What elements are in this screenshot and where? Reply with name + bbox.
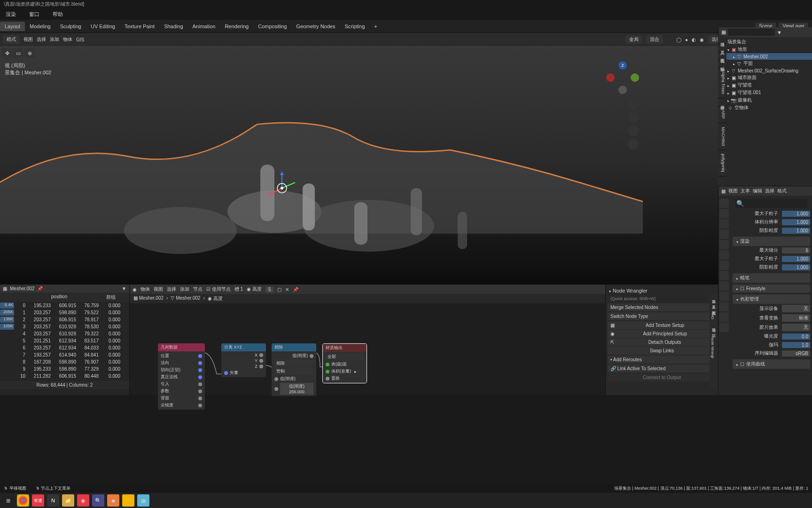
cursor-tool-icon[interactable]: ✥ (2, 48, 12, 58)
menu-select[interactable]: 选择 (167, 286, 176, 293)
tab-geonodes[interactable]: Geometry Nodes (291, 22, 340, 31)
app-icon[interactable]: 有道 (32, 494, 44, 507)
table-row[interactable]: 205K1203.257598.89079.5220.000 (0, 309, 129, 316)
tab-shading[interactable]: Shading (159, 22, 187, 31)
table-row[interactable]: 7193.257614.94084.8410.000 (0, 351, 129, 358)
node-header[interactable]: 几何数据 (158, 343, 205, 351)
tab-polygoniq[interactable]: polygoniq (718, 150, 726, 176)
tab-arp[interactable]: ARP (718, 106, 726, 123)
node-header[interactable]: 相除 (272, 343, 316, 351)
shading-rendered-icon[interactable]: ◉ (700, 37, 704, 42)
output-socket[interactable] (310, 354, 313, 358)
output-socket[interactable] (259, 359, 263, 363)
start-icon[interactable]: ⊞ (2, 494, 14, 507)
view-transform-field[interactable]: 标准 (782, 314, 810, 322)
output-socket[interactable] (198, 404, 202, 407)
output-tab-icon[interactable] (719, 209, 729, 218)
menu-node[interactable]: 节点 (193, 286, 203, 293)
link-active-dropdown[interactable]: 🔗 Link Active To Selected (608, 365, 716, 373)
particle-tab-icon[interactable] (719, 271, 729, 280)
outliner-type-icon[interactable]: ▦ (721, 29, 726, 35)
menu-view[interactable]: 视图 (23, 36, 33, 43)
tab-layout[interactable]: Layout (0, 22, 25, 31)
menu-add[interactable]: 添加 (180, 286, 189, 293)
curves-section-header[interactable]: ☐ 使用曲线 (733, 359, 810, 369)
z-axis-icon[interactable]: Z (618, 61, 627, 70)
col-group[interactable]: 群组 (97, 294, 125, 301)
chrome-icon[interactable] (17, 494, 29, 507)
users-count[interactable]: 5 (265, 286, 274, 293)
gamma-field[interactable]: 1.0 (782, 342, 810, 348)
node-header[interactable]: 材质输出 (323, 344, 367, 352)
film-effect-field[interactable]: 无 (782, 324, 810, 331)
add-workspace-button[interactable]: + (369, 22, 382, 31)
props-type-icon[interactable]: ▦ (721, 189, 726, 194)
material-selector[interactable]: ◉ 高度 (247, 286, 262, 293)
value-field[interactable]: 值(明度) 256.000 (280, 383, 313, 395)
tree-item[interactable]: ▽平面 (718, 60, 812, 67)
spreadsheet-object[interactable]: Mesher.002 (10, 286, 34, 291)
menu-render[interactable]: 渲染 (2, 10, 20, 19)
clamp-dropdown[interactable]: 管制 (274, 368, 313, 375)
orientation-selector[interactable]: 全局 (625, 35, 642, 44)
input-socket[interactable] (274, 387, 278, 391)
node-header[interactable]: 分离 XYZ (221, 343, 266, 351)
output-socket[interactable] (198, 397, 202, 400)
data-tab-icon[interactable] (719, 302, 729, 311)
tab-item[interactable]: 项目 (710, 294, 717, 300)
swap-button[interactable]: Swap Links (608, 347, 716, 355)
nw-header[interactable]: Node Wrangler (608, 286, 716, 295)
node-canvas[interactable]: 几何数据 位置 法向 切向(正切) 真正法线 引入 参数 背面 尖锐度 分离 X… (130, 303, 605, 388)
grease-section-header[interactable]: 蜡笔 (733, 273, 810, 283)
output-socket[interactable] (198, 368, 202, 372)
props-search-input[interactable] (735, 199, 807, 208)
particle-max-field[interactable]: 1.000 (782, 211, 810, 217)
table-row[interactable]: 8187.208598.89076.9070.000 (0, 358, 129, 365)
pin-icon[interactable]: 📌 (37, 286, 43, 291)
table-row[interactable]: 8.4K0195.233606.91576.7590.000 (0, 302, 129, 309)
tab-texture[interactable]: Texture Paint (120, 22, 159, 31)
input-socket[interactable] (326, 370, 329, 373)
tab-scripting[interactable]: Scripting (340, 22, 369, 31)
blender-icon[interactable]: ◆ (107, 494, 119, 507)
spreadsheet-rows[interactable]: 8.4K0195.233606.91576.7590.000 205K1203.… (0, 302, 129, 381)
output-socket[interactable] (259, 353, 263, 357)
menu-window[interactable]: 窗口 (25, 10, 43, 19)
menu-select[interactable]: 选择 (37, 36, 46, 43)
output-socket[interactable] (198, 361, 202, 365)
connect-output-button[interactable]: Connect to Output (608, 373, 716, 381)
filter-icon[interactable]: ▼ (777, 30, 782, 35)
object-tab-icon[interactable] (719, 250, 729, 260)
tree-root[interactable]: ▦场景集合 (718, 38, 812, 46)
y-axis-icon[interactable] (631, 73, 639, 82)
tab-text[interactable]: 文本 (741, 188, 750, 194)
filter-icon[interactable]: ▼ (122, 286, 126, 291)
tree-item[interactable]: ▣守望塔 (718, 81, 812, 89)
shadow-precision-field[interactable]: 1.000 (782, 228, 810, 234)
crumb-material[interactable]: ◉ 高度 (208, 295, 223, 302)
table-row[interactable]: 136K2203.257606.91578.9170.000 (0, 316, 129, 323)
transform-gizmo[interactable] (263, 169, 301, 208)
material-tab-icon[interactable] (719, 312, 729, 322)
scene-tab-icon[interactable] (719, 230, 729, 239)
view-tab-icon[interactable] (719, 219, 729, 229)
move-tool-icon[interactable]: ⊕ (24, 48, 35, 58)
output-socket[interactable] (198, 375, 202, 379)
detach-button[interactable]: ⇱Detach Outputs (608, 338, 716, 346)
tab-machin3[interactable]: MACHIN3 (718, 123, 726, 151)
target-dropdown[interactable]: 全部 (326, 353, 364, 360)
material-output-node[interactable]: 材质输出 全部 表(曲)面 体积(音量)▸ 置换 (322, 343, 367, 383)
freestyle-section-header[interactable]: ☐ Freestyle (733, 285, 810, 293)
tab-format[interactable]: 格式 (777, 188, 787, 194)
max-subdiv-field[interactable]: 6 (782, 247, 810, 254)
app-icon-2[interactable]: ◉ (77, 494, 89, 507)
tab-edit[interactable]: 编辑 (753, 188, 762, 194)
slot-selector[interactable]: 槽 1 (234, 286, 243, 293)
input-socket[interactable] (224, 371, 228, 375)
output-socket[interactable] (198, 389, 202, 393)
render-shadow-field[interactable]: 1.000 (782, 264, 810, 270)
tab-sculpting[interactable]: Sculpting (55, 22, 86, 31)
menu-gis[interactable]: GIS (76, 37, 84, 42)
object-mode[interactable]: 物体 (141, 286, 150, 293)
tab-tool[interactable]: 工具 (710, 300, 717, 305)
